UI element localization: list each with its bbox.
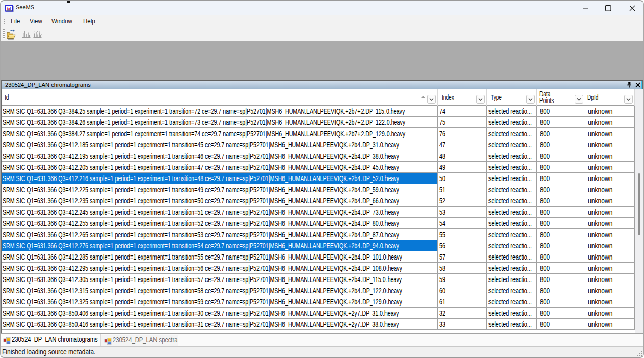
table-row[interactable]: SRM SIC Q1=631.366 Q3=412.225 sample=1 p…	[2, 184, 635, 195]
cell-dpid[interactable]: unknown	[585, 263, 635, 273]
cell-index[interactable]: 51	[438, 184, 487, 195]
minimize-button[interactable]	[574, 1, 597, 15]
cell-id[interactable]: SRM SIC Q1=631.366 Q3=412.245 sample=1 p…	[2, 207, 438, 217]
table-row[interactable]: SRM SIC Q1=631.366 Q3=384.26 sample=1 pe…	[2, 117, 635, 128]
cell-points[interactable]: 800	[537, 274, 585, 285]
cell-type[interactable]: selected reactio...	[487, 139, 537, 150]
cell-index[interactable]: 56	[438, 240, 487, 251]
maximize-button[interactable]	[597, 1, 621, 15]
scrollbar-thumb[interactable]	[638, 173, 640, 235]
spectrum-view-button[interactable]	[33, 30, 42, 39]
table-row[interactable]: SRM SIC Q1=631.366 Q3=850.406 sample=1 p…	[2, 308, 635, 319]
cell-index[interactable]: 47	[438, 139, 487, 150]
cell-id[interactable]: SRM SIC Q1=631.366 Q3=412.255 sample=1 p…	[2, 218, 438, 228]
cell-type[interactable]: selected reactio...	[487, 150, 537, 161]
cell-dpid[interactable]: unknown	[585, 173, 635, 184]
vertical-scrollbar[interactable]	[635, 89, 643, 333]
cell-type[interactable]: selected reactio...	[487, 218, 537, 228]
cell-dpid[interactable]: unknown	[585, 207, 635, 217]
table-row[interactable]: SRM SIC Q1=631.366 Q3=412.315 sample=1 p…	[2, 285, 635, 296]
cell-points[interactable]: 800	[537, 308, 585, 318]
resize-grip[interactable]	[637, 351, 642, 356]
cell-dpid[interactable]: unknown	[585, 150, 635, 161]
cell-id[interactable]: SRM SIC Q1=631.366 Q3=412.295 sample=1 p…	[2, 263, 438, 273]
cell-points[interactable]: 800	[537, 106, 585, 116]
menu-view[interactable]: View	[30, 17, 42, 25]
cell-index[interactable]: 53	[438, 207, 487, 217]
table-row[interactable]: SRM SIC Q1=631.366 Q3=384.25 sample=1 pe…	[2, 106, 635, 117]
column-header-type[interactable]: Type	[487, 89, 537, 106]
cell-index[interactable]: 61	[438, 296, 487, 307]
cell-dpid[interactable]: unknown	[585, 184, 635, 195]
cell-dpid[interactable]: unknown	[585, 308, 635, 318]
table-row[interactable]: SRM SIC Q1=631.366 Q3=412.295 sample=1 p…	[2, 263, 635, 274]
cell-points[interactable]: 800	[537, 162, 585, 172]
column-header-id[interactable]: Id	[2, 89, 438, 106]
cell-type[interactable]: selected reactio...	[487, 263, 537, 273]
cell-points[interactable]: 800	[537, 184, 585, 195]
cell-index[interactable]: 32	[438, 308, 487, 318]
cell-id[interactable]: SRM SIC Q1=631.366 Q3=412.225 sample=1 p…	[2, 184, 438, 195]
cell-index[interactable]: 50	[438, 173, 487, 184]
cell-type[interactable]: selected reactio...	[487, 162, 537, 172]
cell-id[interactable]: SRM SIC Q1=631.366 Q3=384.27 sample=1 pe…	[2, 128, 438, 139]
cell-points[interactable]: 800	[537, 251, 585, 262]
cell-dpid[interactable]: unknown	[585, 240, 635, 251]
table-row[interactable]: SRM SIC Q1=631.366 Q3=412.185 sample=1 p…	[2, 139, 635, 150]
cell-points[interactable]: 800	[537, 207, 585, 217]
cell-type[interactable]: selected reactio...	[487, 184, 537, 195]
cell-dpid[interactable]: unknown	[585, 229, 635, 240]
cell-points[interactable]: 800	[537, 229, 585, 240]
cell-type[interactable]: selected reactio...	[487, 128, 537, 139]
cell-id[interactable]: SRM SIC Q1=631.366 Q3=412.185 sample=1 p…	[2, 139, 438, 150]
menu-help[interactable]: Help	[83, 17, 95, 25]
cell-type[interactable]: selected reactio...	[487, 207, 537, 217]
column-header-index[interactable]: Index	[438, 89, 487, 106]
cell-index[interactable]: 54	[438, 218, 487, 228]
close-button[interactable]	[621, 1, 644, 15]
chromatogram-view-button[interactable]	[22, 30, 31, 39]
table-row[interactable]: SRM SIC Q1=631.366 Q3=412.216 sample=1 p…	[2, 173, 635, 184]
cell-id[interactable]: SRM SIC Q1=631.366 Q3=412.195 sample=1 p…	[2, 150, 438, 161]
cell-dpid[interactable]: unknown	[585, 128, 635, 139]
cell-points[interactable]: 800	[537, 319, 585, 329]
cell-points[interactable]: 800	[537, 296, 585, 307]
tab-chromatograms[interactable]: 230524_DP_LAN chromatograms	[1, 334, 101, 346]
open-file-button[interactable]	[7, 29, 16, 40]
cell-index[interactable]: 76	[438, 128, 487, 139]
column-filter-dropdown[interactable]	[476, 95, 485, 104]
cell-type[interactable]: selected reactio...	[487, 274, 537, 285]
cell-index[interactable]: 59	[438, 274, 487, 285]
cell-dpid[interactable]: unknown	[585, 274, 635, 285]
cell-dpid[interactable]: unknown	[585, 251, 635, 262]
cell-id[interactable]: SRM SIC Q1=631.366 Q3=384.26 sample=1 pe…	[2, 117, 438, 127]
pin-icon[interactable]	[626, 81, 633, 88]
cell-points[interactable]: 800	[537, 285, 585, 296]
cell-type[interactable]: selected reactio...	[487, 296, 537, 307]
cell-id[interactable]: SRM SIC Q1=631.366 Q3=412.285 sample=1 p…	[2, 251, 438, 262]
cell-dpid[interactable]: unknown	[585, 106, 635, 116]
cell-index[interactable]: 49	[438, 162, 487, 172]
table-row[interactable]: SRM SIC Q1=631.366 Q3=412.265 sample=1 p…	[2, 229, 635, 240]
table-row[interactable]: SRM SIC Q1=631.366 Q3=412.235 sample=1 p…	[2, 195, 635, 207]
cell-dpid[interactable]: unknown	[585, 319, 635, 329]
cell-dpid[interactable]: unknown	[585, 218, 635, 228]
panel-close-icon[interactable]	[634, 81, 641, 88]
table-row[interactable]: SRM SIC Q1=631.366 Q3=412.276 sample=1 p…	[2, 240, 635, 251]
cell-index[interactable]: 48	[438, 150, 487, 161]
cell-type[interactable]: selected reactio...	[487, 195, 537, 206]
table-row[interactable]: SRM SIC Q1=631.366 Q3=412.205 sample=1 p…	[2, 162, 635, 173]
menu-file[interactable]: File	[11, 17, 20, 25]
cell-points[interactable]: 800	[537, 195, 585, 206]
column-filter-dropdown[interactable]	[624, 95, 633, 104]
cell-type[interactable]: selected reactio...	[487, 308, 537, 318]
cell-id[interactable]: SRM SIC Q1=631.366 Q3=412.305 sample=1 p…	[2, 274, 438, 285]
cell-index[interactable]: 55	[438, 229, 487, 240]
tab-spectra[interactable]: 230524_DP_LAN spectra	[101, 335, 178, 347]
cell-id[interactable]: SRM SIC Q1=631.366 Q3=412.235 sample=1 p…	[2, 195, 438, 206]
column-filter-dropdown[interactable]	[526, 95, 535, 104]
cell-id[interactable]: SRM SIC Q1=631.366 Q3=412.276 sample=1 p…	[2, 240, 438, 251]
cell-index[interactable]: 57	[438, 251, 487, 262]
cell-dpid[interactable]: unknown	[585, 139, 635, 150]
cell-index[interactable]: 33	[438, 319, 487, 329]
